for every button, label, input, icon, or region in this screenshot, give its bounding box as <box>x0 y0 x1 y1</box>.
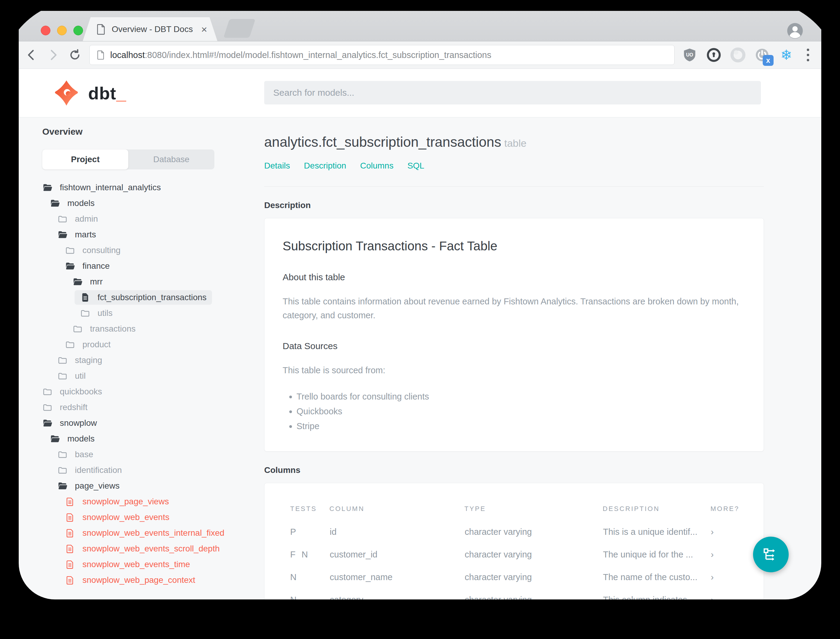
tree-item-link[interactable]: models <box>44 196 100 210</box>
zoom-window-button[interactable] <box>73 25 83 35</box>
tree-item-link[interactable]: product <box>59 337 116 352</box>
tree-item-link[interactable]: consulting <box>59 243 126 258</box>
proxy-power-icon[interactable]: x <box>754 47 770 63</box>
tree-item-label: snowplow_web_page_context <box>83 575 195 585</box>
tree-item-models: models <box>37 431 264 447</box>
tree-item-link[interactable]: snowplow_web_events_time <box>59 557 195 572</box>
ublock-origin-icon[interactable]: UO <box>682 47 697 63</box>
back-button-icon[interactable] <box>22 46 40 64</box>
tree-item-link[interactable]: redshift <box>37 400 93 415</box>
extension-circle-icon[interactable] <box>730 47 746 63</box>
lineage-graph-button[interactable] <box>753 537 789 572</box>
tree-item-snowplow_web_events_time: snowplow_web_events_time <box>37 556 264 572</box>
model-file-icon <box>65 528 75 538</box>
table-row[interactable]: Ncustomer_namecharacter varyingThe name … <box>265 566 764 588</box>
new-tab-button[interactable] <box>224 19 256 38</box>
expand-chevron-icon[interactable]: › <box>710 521 764 543</box>
tree-item-link[interactable]: base <box>52 447 99 462</box>
dbt-wordmark: dbt_ <box>88 83 126 103</box>
tree-item-label: fishtown_internal_analytics <box>60 183 161 192</box>
tree-item-quickbooks: quickbooks <box>37 384 264 399</box>
lineage-graph-icon <box>762 545 780 564</box>
onepassword-icon[interactable] <box>706 47 722 63</box>
folder-open-icon <box>57 481 68 491</box>
tab-database[interactable]: Database <box>128 149 214 169</box>
tree-item-fct_subscription_transactions: fct_subscription_transactions <box>37 289 264 305</box>
tree-item-link[interactable]: admin <box>52 212 103 226</box>
tree-item-link[interactable]: fishtown_internal_analytics <box>37 180 167 195</box>
address-bar[interactable]: localhost:8080/index.html#!/model/model.… <box>89 45 675 65</box>
table-row[interactable]: F Ncustomer_idcharacter varyingThe uniqu… <box>265 543 764 566</box>
folder-closed-icon <box>57 214 68 224</box>
tree-item-utils: utils <box>37 305 264 321</box>
description-card: Subscription Transactions - Fact Table A… <box>264 218 764 451</box>
nav-link-columns[interactable]: Columns <box>360 161 394 171</box>
expand-chevron-icon[interactable]: › <box>710 588 764 599</box>
tree-item-link[interactable]: snowplow_page_views <box>59 494 174 509</box>
app-header: dbt_ <box>19 69 821 118</box>
tree-item-link[interactable]: finance <box>59 259 115 273</box>
model-file-icon <box>65 544 75 554</box>
nav-link-details[interactable]: Details <box>264 161 290 171</box>
svg-text:UO: UO <box>686 52 693 57</box>
type-cell: character varying <box>464 566 603 588</box>
tab-title: Overview - DBT Docs <box>112 24 197 34</box>
tree-item-link[interactable]: identification <box>52 463 127 477</box>
tree-item-link[interactable]: util <box>52 369 91 383</box>
profile-avatar-icon[interactable] <box>786 21 804 40</box>
dbt-logo[interactable]: dbt_ <box>52 79 126 107</box>
browser-window: Overview - DBT Docs × localhost:8080/ind… <box>19 11 821 599</box>
tab-project[interactable]: Project <box>42 149 128 169</box>
tree-item-link[interactable]: page_views <box>52 478 125 493</box>
tree-item-link[interactable]: transactions <box>67 322 141 336</box>
snowflake-icon[interactable]: ❄ <box>778 47 794 63</box>
forward-button-icon[interactable] <box>44 46 62 64</box>
tree-item-link[interactable]: snowplow_web_page_context <box>59 573 201 587</box>
page-icon <box>97 24 106 35</box>
browser-menu-icon[interactable] <box>803 49 813 61</box>
tree-item-link[interactable]: marts <box>52 227 102 242</box>
columns-table: TESTSCOLUMNTYPEDESCRIPTIONMORE? Pidchara… <box>265 489 764 599</box>
browser-tab[interactable]: Overview - DBT Docs × <box>83 17 218 41</box>
tree-item-link[interactable]: snowplow_web_events <box>59 510 175 525</box>
nav-link-description[interactable]: Description <box>304 161 346 171</box>
folder-open-icon <box>73 277 83 287</box>
tab-close-icon[interactable]: × <box>201 24 207 35</box>
tree-item-snowplow_web_events: snowplow_web_events <box>37 509 264 525</box>
table-row[interactable]: Pidcharacter varyingThis is a unique ide… <box>265 521 764 543</box>
tree-item-models: models <box>37 196 264 211</box>
tree-item-base: base <box>37 447 264 463</box>
sidebar: Overview Project Database fishtown_inter… <box>19 118 264 599</box>
tree-item-link[interactable]: staging <box>52 353 108 367</box>
tree-item-label: snowplow_web_events_scroll_depth <box>83 544 220 553</box>
column-cell: category <box>329 588 464 599</box>
dbt-logo-icon <box>52 79 80 107</box>
tree-item-link[interactable]: quickbooks <box>37 385 108 399</box>
column-cell: customer_name <box>329 566 464 588</box>
tree-item-link[interactable]: models <box>44 432 100 446</box>
search-input[interactable] <box>264 81 761 105</box>
expand-chevron-icon[interactable]: › <box>710 566 764 588</box>
nav-link-sql[interactable]: SQL <box>407 161 424 171</box>
tree-item-link[interactable]: utils <box>75 306 118 320</box>
tree-item-mrr: mrr <box>37 274 264 289</box>
tree-item-label: product <box>83 340 111 350</box>
tree-item-link[interactable]: snowplow_web_events_scroll_depth <box>59 542 225 556</box>
tests-cell: N <box>265 566 329 588</box>
tree-item-label: util <box>75 371 86 381</box>
tree-item-link[interactable]: fct_subscription_transactions <box>75 290 212 305</box>
folder-open-icon <box>57 229 68 240</box>
tree-item-link[interactable]: snowplow <box>37 416 102 430</box>
materialization-badge: table <box>504 137 527 149</box>
description-cell: This is a unique identif... <box>603 521 710 543</box>
column-cell: id <box>329 521 464 543</box>
reload-button-icon[interactable] <box>66 46 84 64</box>
model-file-icon <box>65 496 75 507</box>
tree-item-link[interactable]: mrr <box>67 275 108 289</box>
minimize-window-button[interactable] <box>57 25 67 35</box>
close-window-button[interactable] <box>41 25 51 35</box>
tree-item-label: snowplow_web_events_time <box>83 560 190 569</box>
table-row[interactable]: Ncategorycharacter varyingThis column in… <box>265 588 764 599</box>
tree-item-admin: admin <box>37 211 264 227</box>
tree-item-link[interactable]: snowplow_web_events_internal_fixed <box>59 526 230 540</box>
